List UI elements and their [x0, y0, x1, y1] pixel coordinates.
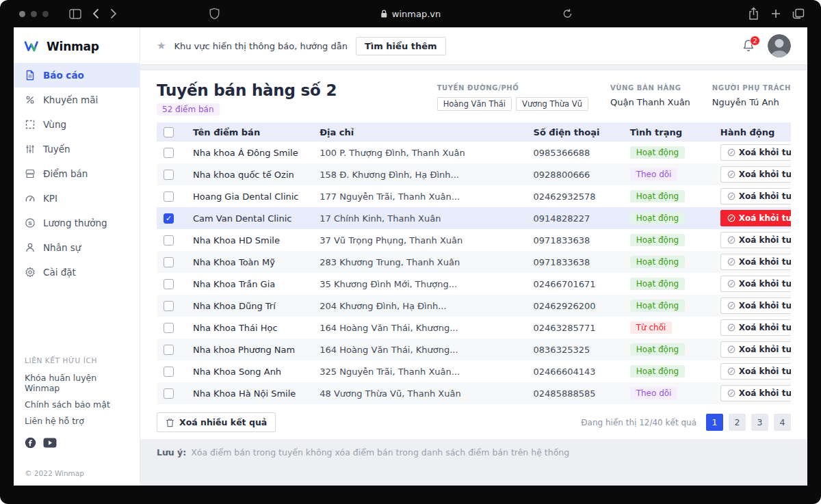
cell-address: 100 P. Thượng Đình, Thanh Xuân	[313, 142, 526, 163]
remove-from-route-button[interactable]: Xoá khỏi tuyến	[720, 276, 791, 292]
sidebar-item-label: Lương thưởng	[43, 217, 107, 228]
youtube-icon[interactable]	[43, 438, 57, 448]
cell-store-name: Nha Khoa Toàn Mỹ	[186, 251, 313, 273]
row-checkbox[interactable]	[164, 257, 174, 267]
useful-link[interactable]: Liên hệ hỗ trợ	[25, 416, 129, 426]
zoom-window-button[interactable]	[42, 11, 49, 17]
main-column: ★ Khu vực hiển thị thông báo, hướng dẫn …	[140, 27, 807, 486]
results-count: Đang hiển thị 12/40 kết quả	[581, 418, 696, 427]
learn-more-button[interactable]: Tìm hiểu thêm	[356, 37, 446, 55]
cell-store-name: Nha Khoa Song Anh	[186, 360, 313, 382]
remove-from-route-button[interactable]: Xoá khỏi tuyến	[720, 363, 791, 380]
remove-label: Xoá khỏi tuyến	[739, 213, 791, 223]
bulk-delete-label: Xoá nhiều kết quả	[179, 417, 267, 427]
page-button[interactable]: 1	[706, 414, 723, 431]
browser-window: winmap.vn	[0, 0, 821, 504]
street-chip: Hoàng Văn Thái	[437, 97, 512, 111]
shield-icon[interactable]	[209, 8, 220, 20]
refresh-icon[interactable]	[562, 9, 573, 19]
cell-address: 158 Đ. Khương Đình, Hạ Đình...	[313, 163, 526, 185]
new-tab-icon[interactable]	[770, 8, 781, 19]
forward-icon[interactable]	[110, 8, 117, 19]
remove-from-route-button[interactable]: Xoá khỏi tuyến	[720, 341, 791, 358]
cell-address: 283 Khương Trung, Thanh Xuân	[313, 251, 526, 273]
cell-address: 48 Vương Thừa Vũ, Thanh Xuân	[313, 382, 526, 404]
remove-icon	[727, 345, 735, 354]
remove-from-route-button[interactable]: Xoá khỏi tuyến	[720, 254, 791, 270]
status-badge: Hoạt động	[630, 278, 685, 290]
remove-from-route-button[interactable]: Xoá khỏi tuyến	[720, 232, 791, 248]
street-chip: Vương Thừa Vũ	[516, 97, 588, 111]
sidebar-item-promotion[interactable]: Khuyến mãi	[14, 88, 140, 112]
row-checkbox[interactable]	[164, 367, 174, 377]
useful-link[interactable]: Khóa huấn luyện Winmap	[25, 373, 129, 393]
remove-from-route-button[interactable]: Xoá khỏi tuyến	[720, 297, 791, 314]
sidebar-item-store[interactable]: Điểm bán	[14, 161, 140, 186]
brand-name: Winmap	[47, 40, 99, 53]
notifications-button[interactable]: 2	[742, 39, 755, 53]
meta-label: NGƯỜI PHỤ TRÁCH	[712, 84, 791, 92]
select-all-checkbox[interactable]	[164, 127, 174, 137]
sidebar-item-salary[interactable]: SLương thưởng	[14, 211, 140, 235]
page-button[interactable]: 4	[774, 414, 791, 431]
useful-links-title: LIÊN KẾT HỮU ÍCH	[25, 356, 129, 364]
close-window-button[interactable]	[19, 11, 25, 17]
remove-from-route-button[interactable]: Xoá khỏi tuyến	[720, 210, 791, 226]
remove-from-route-button[interactable]: Xoá khỏi tuyến	[720, 319, 791, 336]
status-badge: Theo dõi	[630, 168, 678, 181]
sidebar-item-label: Điểm bán	[43, 168, 88, 179]
row-checkbox[interactable]	[164, 279, 174, 289]
column-header: Số điện thoại	[527, 122, 623, 142]
row-checkbox[interactable]	[164, 323, 174, 333]
facebook-icon[interactable]	[25, 437, 36, 449]
sidebar-item-region[interactable]: Vùng	[14, 112, 140, 137]
row-checkbox[interactable]	[164, 235, 174, 246]
cell-phone: 0928800666	[527, 163, 623, 185]
remove-label: Xoá khỏi tuyến	[739, 279, 791, 289]
cell-phone: 0836325325	[527, 339, 623, 360]
row-checkbox[interactable]	[164, 345, 174, 355]
row-checkbox[interactable]: ✓	[164, 213, 174, 224]
row-checkbox[interactable]	[164, 170, 174, 180]
page-title: Tuyến bán hàng số 2	[157, 81, 337, 99]
share-icon[interactable]	[748, 7, 759, 21]
table-row: Nha Khoa Thái Học164 Hoàng Văn Thái, Khư…	[157, 317, 791, 339]
cell-store-name: Nha khoa quốc tế Ozin	[186, 163, 313, 185]
sidebar-item-hr[interactable]: Nhân sự	[14, 235, 140, 260]
remove-from-route-button[interactable]: Xoá khỏi tuyến	[720, 166, 791, 183]
store-icon	[25, 168, 36, 179]
address-bar[interactable]: winmap.vn	[380, 9, 441, 19]
remove-icon	[727, 367, 735, 375]
meta-value: Nguyễn Tú Anh	[712, 97, 791, 107]
table-row: Nha Khoa Toàn Mỹ283 Khương Trung, Thanh …	[157, 251, 791, 273]
minimize-window-button[interactable]	[31, 11, 37, 17]
cell-phone: 0985366688	[527, 142, 623, 163]
sidebar-toggle-icon[interactable]	[69, 9, 81, 19]
settings-icon	[25, 267, 36, 278]
sidebar-item-report[interactable]: Báo cáo	[14, 63, 140, 88]
user-avatar[interactable]	[768, 34, 791, 57]
useful-link[interactable]: Chính sách bảo mật	[25, 399, 129, 410]
sidebar-item-settings[interactable]: Cài đặt	[14, 260, 140, 284]
remove-from-route-button[interactable]: Xoá khỏi tuyến	[720, 144, 791, 161]
remove-from-route-button[interactable]: Xoá khỏi tuyến	[720, 188, 791, 204]
notification-count-badge: 2	[750, 36, 760, 46]
back-icon[interactable]	[92, 8, 99, 19]
tab-overview-icon[interactable]	[792, 8, 805, 19]
remove-from-route-button[interactable]: Xoá khỏi tuyến	[720, 385, 791, 401]
winmap-logo[interactable]: Winmap	[14, 27, 140, 63]
row-checkbox[interactable]	[164, 191, 174, 202]
cell-address: 204 Khương Đình, Hạ Đình...	[313, 295, 526, 317]
remove-icon	[727, 170, 735, 178]
row-checkbox[interactable]	[164, 388, 174, 399]
row-checkbox[interactable]	[164, 148, 174, 158]
page-button[interactable]: 3	[751, 414, 768, 431]
cell-address: 35 Khương Đình Mới, Thượng...	[313, 273, 526, 295]
page-button[interactable]: 2	[729, 414, 746, 431]
sidebar-item-kpi[interactable]: KPI	[14, 186, 140, 211]
copyright: © 2022 Winmap	[25, 469, 129, 477]
row-checkbox[interactable]	[164, 301, 174, 311]
bulk-delete-button[interactable]: Xoá nhiều kết quả	[157, 412, 276, 432]
footnote-text: Xóa điểm bán trong tuyến không xóa điểm …	[188, 447, 569, 457]
sidebar-item-route[interactable]: Tuyến	[14, 137, 140, 161]
